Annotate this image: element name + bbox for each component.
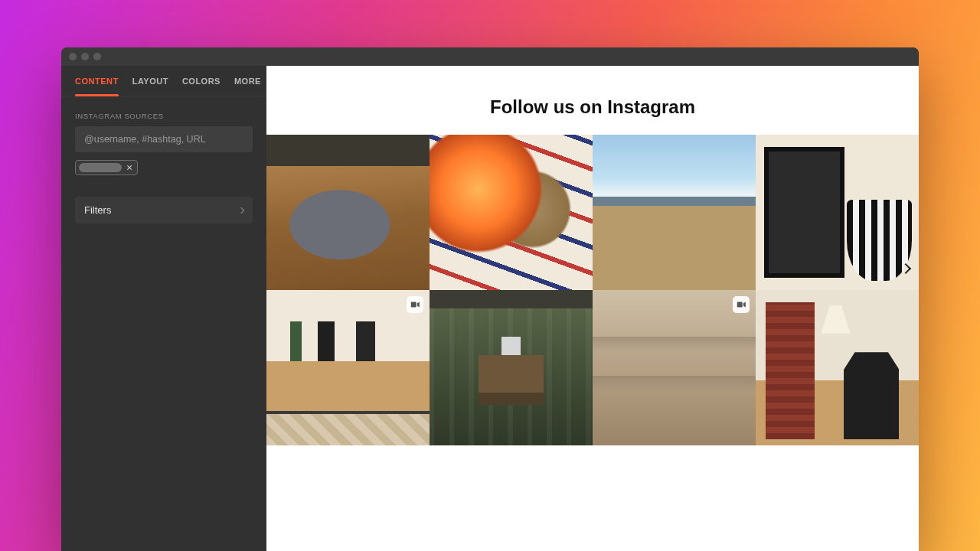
chevron-right-icon: [238, 207, 244, 213]
tab-content[interactable]: CONTENT: [75, 66, 119, 96]
source-chip-label: [79, 163, 122, 172]
chevron-right-icon: [900, 263, 911, 274]
window-minimize-dot[interactable]: [81, 53, 89, 60]
window-titlebar: [61, 47, 919, 66]
feed-item[interactable]: [756, 135, 919, 290]
feed-item[interactable]: [756, 290, 919, 445]
settings-sidebar: CONTENT LAYOUT COLORS MORE INSTAGRAM SOU…: [61, 66, 266, 551]
remove-source-icon[interactable]: ×: [126, 162, 132, 173]
filters-label: Filters: [84, 204, 111, 216]
preview-pane: Follow us on Instagram: [266, 66, 919, 551]
source-input[interactable]: [75, 126, 253, 152]
svg-rect-0: [411, 302, 416, 308]
feed-title: Follow us on Instagram: [266, 66, 919, 135]
filters-button[interactable]: Filters: [75, 197, 253, 223]
video-icon: [407, 296, 423, 313]
feed-item[interactable]: [430, 290, 593, 445]
app-window: CONTENT LAYOUT COLORS MORE INSTAGRAM SOU…: [61, 47, 919, 551]
feed-item[interactable]: [593, 135, 756, 290]
feed-item[interactable]: [266, 135, 430, 290]
feed-item[interactable]: [593, 290, 756, 445]
video-icon: [733, 296, 750, 313]
feed-item[interactable]: [430, 135, 593, 290]
feed-grid: [266, 135, 919, 445]
window-close-dot[interactable]: [69, 53, 77, 60]
sources-heading: INSTAGRAM SOURCES: [61, 96, 266, 126]
window-zoom-dot[interactable]: [93, 53, 101, 60]
tab-layout[interactable]: LAYOUT: [132, 66, 168, 96]
source-chip[interactable]: ×: [75, 160, 138, 175]
tab-colors[interactable]: COLORS: [182, 66, 220, 96]
next-arrow-button[interactable]: [897, 260, 914, 277]
sidebar-tabs: CONTENT LAYOUT COLORS MORE: [61, 66, 266, 96]
feed-item[interactable]: [266, 290, 430, 445]
tab-more[interactable]: MORE: [234, 66, 261, 96]
svg-rect-1: [737, 302, 743, 308]
